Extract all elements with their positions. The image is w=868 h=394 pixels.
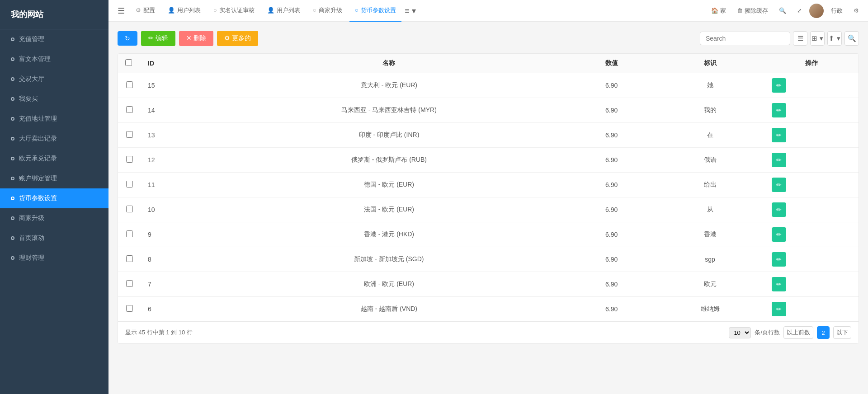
row-edit-button[interactable]: ✏ <box>772 78 786 93</box>
row-checkbox[interactable] <box>126 255 133 262</box>
row-edit-button[interactable]: ✏ <box>772 128 786 142</box>
sidebar-item-hall-sell[interactable]: 大厅卖出记录 <box>0 129 108 149</box>
sidebar-item-buy[interactable]: 我要买 <box>0 89 108 109</box>
dot-icon <box>11 236 14 240</box>
page-size-select[interactable]: 10 20 50 <box>729 327 751 338</box>
prev-page-button[interactable]: 以上前数 <box>783 326 813 339</box>
row-action: ✏ <box>764 123 859 148</box>
sidebar-item-richtext[interactable]: 富文本管理 <box>0 49 108 69</box>
row-tag: 俄语 <box>656 148 764 173</box>
row-checkbox[interactable] <box>126 156 133 163</box>
dot-icon <box>11 157 14 160</box>
delete-button[interactable]: ✕ 删除 <box>179 31 213 46</box>
sidebar-item-currency-settings[interactable]: 货币参数设置 <box>0 188 108 208</box>
row-action: ✏ <box>764 148 859 173</box>
toolbar-right: ☰ ⊞ ▾ ⬆ ▾ 🔍 <box>700 31 859 46</box>
row-name: 意大利 - 欧元 (EUR) <box>211 73 567 98</box>
row-edit-button[interactable]: ✏ <box>772 227 786 242</box>
tab-config[interactable]: ⚙ 配置 <box>130 0 160 22</box>
current-page-button[interactable]: 2 <box>817 326 830 339</box>
home-button[interactable]: 🏠 家 <box>708 5 730 17</box>
table-row: 14 马来西亚 - 马来西亚林吉特 (MYR) 6.90 我的 ✏ <box>118 98 859 123</box>
table-row: 13 印度 - 印度卢比 (INR) 6.90 在 ✏ <box>118 123 859 148</box>
clear-cache-button[interactable]: 🗑 擦除缓存 <box>733 5 772 17</box>
row-checkbox[interactable] <box>126 131 133 138</box>
sidebar-item-merchant-upgrade[interactable]: 商家升级 <box>0 208 108 228</box>
gear-icon: ⚙ <box>854 7 859 14</box>
row-action: ✏ <box>764 73 859 98</box>
refresh-button[interactable]: ↻ <box>118 31 137 46</box>
col-value: 数值 <box>567 54 656 73</box>
row-id: 6 <box>141 297 211 322</box>
export-button[interactable]: ⬆ ▾ <box>827 31 842 46</box>
row-action: ✏ <box>764 173 859 197</box>
row-checkbox[interactable] <box>126 106 133 113</box>
row-id: 11 <box>141 173 211 197</box>
tab-user-list-2[interactable]: 👤 用户列表 <box>262 0 306 22</box>
sidebar-item-label: 首页滚动 <box>19 234 44 242</box>
sidebar-item-label: 大厅卖出记录 <box>19 135 57 143</box>
row-value: 6.90 <box>567 98 656 123</box>
search-top-button[interactable]: 🔍 <box>775 5 790 16</box>
sidebar-item-trading[interactable]: 交易大厅 <box>0 69 108 89</box>
row-checkbox[interactable] <box>126 280 133 287</box>
row-checkbox[interactable] <box>126 81 133 88</box>
tab-currency-param[interactable]: ○ 货币参数设置 <box>349 0 401 22</box>
row-action: ✏ <box>764 98 859 123</box>
row-checkbox[interactable] <box>126 206 133 212</box>
row-action: ✏ <box>764 222 859 247</box>
view-grid-button[interactable]: ⊞ ▾ <box>810 31 825 46</box>
more-button[interactable]: ⚙ 更多的 <box>217 31 258 46</box>
row-tag: 给出 <box>656 173 764 197</box>
row-tag: 在 <box>656 123 764 148</box>
row-edit-button[interactable]: ✏ <box>772 153 786 167</box>
dot-icon <box>11 97 14 101</box>
row-tag: 欧元 <box>656 272 764 297</box>
tab-merchant-upgrade[interactable]: ○ 商家升级 <box>307 0 348 22</box>
row-checkbox[interactable] <box>126 181 133 188</box>
row-edit-button[interactable]: ✏ <box>772 252 786 267</box>
user-icon: 👤 <box>168 7 175 14</box>
row-name: 印度 - 印度卢比 (INR) <box>211 123 567 148</box>
col-checkbox <box>118 54 141 73</box>
tab-user-list-1[interactable]: 👤 用户列表 <box>162 0 206 22</box>
user-icon-2: 👤 <box>267 7 274 14</box>
tab-real-name[interactable]: ○ 实名认证审核 <box>208 0 260 22</box>
search-button[interactable]: 🔍 <box>844 31 859 46</box>
row-checkbox-cell <box>118 173 141 197</box>
settings-button[interactable]: ⚙ <box>850 5 863 16</box>
edit-button[interactable]: ✏ 编辑 <box>141 31 175 46</box>
sidebar: 我的网站 充值管理 富文本管理 交易大厅 我要买 充值地址管理 大厅卖出记录 欧… <box>0 0 108 394</box>
row-tag: 维纳姆 <box>656 297 764 322</box>
row-checkbox[interactable] <box>126 305 133 312</box>
row-edit-button[interactable]: ✏ <box>772 202 786 217</box>
row-checkbox-cell <box>118 297 141 322</box>
row-value: 6.90 <box>567 173 656 197</box>
username-label: 行政 <box>831 7 843 15</box>
sidebar-item-finance[interactable]: 理财管理 <box>0 248 108 268</box>
row-name: 越南 - 越南盾 (VND) <box>211 297 567 322</box>
next-page-button[interactable]: 以下 <box>833 326 851 339</box>
row-edit-button[interactable]: ✏ <box>772 302 786 316</box>
sidebar-item-recharge[interactable]: 充值管理 <box>0 29 108 49</box>
sidebar-item-recharge-address[interactable]: 充值地址管理 <box>0 109 108 129</box>
sidebar-item-home-scroll[interactable]: 首页滚动 <box>0 228 108 248</box>
row-action: ✏ <box>764 272 859 297</box>
select-all-checkbox[interactable] <box>125 59 132 66</box>
sidebar-item-euro-record[interactable]: 欧元承兑记录 <box>0 149 108 169</box>
dot-icon <box>11 137 14 141</box>
sidebar-item-account-bind[interactable]: 账户绑定管理 <box>0 169 108 188</box>
menu-icon[interactable]: ☰ <box>114 6 128 16</box>
search-input[interactable] <box>700 32 790 45</box>
sidebar-title: 我的网站 <box>0 0 108 29</box>
row-checkbox[interactable] <box>126 230 133 237</box>
more-menu-button[interactable]: ≡ ▾ <box>403 4 418 18</box>
row-edit-button[interactable]: ✏ <box>772 277 786 291</box>
view-list-button[interactable]: ☰ <box>793 31 807 46</box>
row-edit-button[interactable]: ✏ <box>772 103 786 117</box>
tab-user-list-1-label: 用户列表 <box>177 6 201 14</box>
fullscreen-button[interactable]: ⤢ <box>793 5 806 16</box>
row-edit-button[interactable]: ✏ <box>772 178 786 192</box>
avatar[interactable] <box>809 4 824 18</box>
row-name: 德国 - 欧元 (EUR) <box>211 173 567 197</box>
